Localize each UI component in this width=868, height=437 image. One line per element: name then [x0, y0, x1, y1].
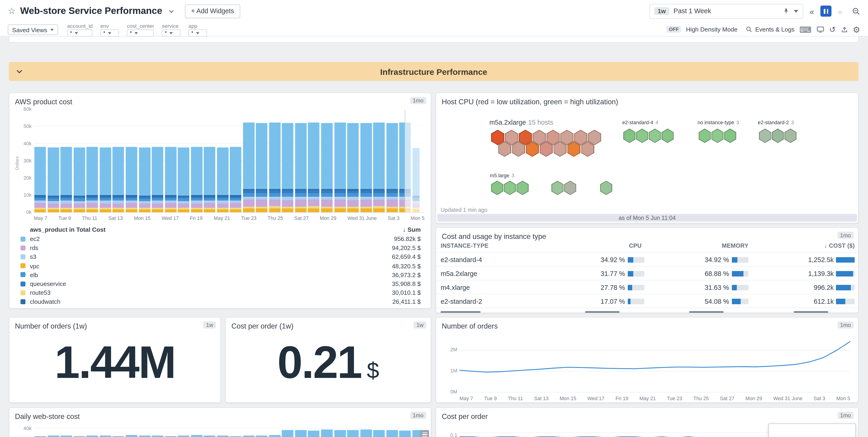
- bar[interactable]: [178, 436, 189, 437]
- host-hexagon[interactable]: [491, 181, 503, 195]
- collapse-chevron-icon[interactable]: [16, 68, 23, 75]
- variable-value-dropdown[interactable]: *: [67, 29, 93, 37]
- events-logs-button[interactable]: Events & Logs: [746, 26, 795, 33]
- stacked-bar[interactable]: [152, 147, 163, 212]
- host-hexagon[interactable]: [724, 128, 736, 143]
- stacked-bar[interactable]: [178, 147, 189, 212]
- bar[interactable]: [113, 436, 124, 437]
- stacked-bar[interactable]: [308, 122, 320, 212]
- instance-row[interactable]: m4.xlarge27.78 %31.63 %996.2k: [436, 280, 858, 294]
- host-map[interactable]: m5a.2xlarge15 hostse2-standard-44no inst…: [436, 93, 858, 223]
- stacked-bar[interactable]: [99, 147, 111, 212]
- legend-row[interactable]: queueservice35,908.8 $: [20, 279, 421, 288]
- stacked-bar[interactable]: [334, 123, 346, 212]
- stacked-bar[interactable]: [48, 148, 59, 212]
- instance-row[interactable]: e2-standard-434.92 %34.92 %1,252.5k: [436, 252, 858, 266]
- host-hexagon[interactable]: [699, 128, 711, 143]
- stacked-bar[interactable]: [34, 147, 46, 212]
- bar[interactable]: [191, 435, 202, 437]
- host-hexagon[interactable]: [636, 128, 648, 143]
- time-range-picker[interactable]: 1w Past 1 Week: [649, 4, 803, 19]
- stacked-bar[interactable]: [165, 147, 176, 212]
- gear-icon[interactable]: ⚙: [853, 25, 860, 34]
- host-hexagon[interactable]: [564, 181, 576, 195]
- legend-sort-header[interactable]: ↓ Sum: [403, 226, 421, 234]
- stacked-bar[interactable]: [191, 147, 202, 212]
- bar[interactable]: [243, 435, 254, 437]
- stacked-bar[interactable]: [360, 123, 372, 212]
- template-variable-app[interactable]: app*: [188, 22, 207, 36]
- favorite-star-icon[interactable]: ☆: [8, 7, 16, 16]
- bar[interactable]: [308, 431, 320, 437]
- host-hexagon[interactable]: [772, 128, 784, 143]
- host-hexagon[interactable]: [600, 181, 612, 195]
- host-hexagon[interactable]: [784, 128, 797, 143]
- title-dropdown-chevron-icon[interactable]: [168, 7, 175, 14]
- stacked-bar[interactable]: [126, 147, 137, 212]
- template-variable-env[interactable]: env*: [100, 22, 119, 36]
- column-header-cost[interactable]: ↓ COST ($): [783, 242, 855, 249]
- host-hexagon[interactable]: [711, 128, 723, 143]
- stacked-bar[interactable]: [73, 147, 85, 212]
- bar[interactable]: [321, 430, 333, 437]
- bar[interactable]: [204, 435, 215, 437]
- stacked-bar[interactable]: [321, 123, 333, 212]
- stacked-bar[interactable]: [373, 122, 385, 212]
- host-hexagon[interactable]: [623, 128, 636, 143]
- bar[interactable]: [217, 436, 228, 437]
- legend-row[interactable]: elb36,973.2 $: [20, 270, 421, 280]
- stacked-bar[interactable]: [217, 147, 228, 212]
- daily-cost-chart[interactable]: [34, 423, 425, 437]
- host-hexagon[interactable]: [551, 181, 564, 195]
- bar[interactable]: [386, 430, 398, 437]
- instance-row[interactable]: m5a.2xlarge31.77 %68.88 %1,139.3k: [436, 266, 858, 280]
- legend-row[interactable]: route5330,010.1 $: [20, 288, 421, 297]
- stacked-bar[interactable]: [269, 122, 281, 212]
- bar[interactable]: [87, 435, 98, 437]
- stacked-bar[interactable]: [295, 123, 306, 212]
- host-hexagon[interactable]: [661, 128, 674, 143]
- aws-cost-chart[interactable]: [34, 110, 425, 213]
- bar[interactable]: [99, 436, 111, 437]
- pin-icon[interactable]: [783, 8, 789, 14]
- tv-mode-icon[interactable]: [816, 26, 824, 33]
- host-hexagon[interactable]: [759, 128, 771, 143]
- legend-row[interactable]: ec2956.82k $: [20, 234, 421, 243]
- bar[interactable]: [138, 436, 150, 437]
- template-variable-account_id[interactable]: account_id*: [67, 22, 93, 36]
- bar[interactable]: [230, 436, 241, 437]
- bar[interactable]: [256, 436, 268, 437]
- legend-row[interactable]: vpc48,320.5 $: [20, 261, 421, 270]
- bar[interactable]: [295, 430, 306, 437]
- stacked-bar[interactable]: [138, 147, 150, 212]
- bar[interactable]: [126, 435, 137, 437]
- template-variable-service[interactable]: service*: [162, 22, 181, 36]
- stacked-bar[interactable]: [87, 147, 98, 212]
- legend-row[interactable]: s362,659.4 $: [20, 252, 421, 261]
- column-header-cpu[interactable]: CPU: [586, 242, 642, 249]
- stacked-bar[interactable]: [113, 147, 124, 212]
- legend-row[interactable]: cloudwatch26,411.1 $: [20, 297, 421, 306]
- bar[interactable]: [165, 436, 176, 437]
- stacked-bar[interactable]: [347, 123, 359, 212]
- history-icon[interactable]: ↺: [829, 26, 836, 33]
- saved-views-dropdown[interactable]: Saved Views: [8, 24, 58, 35]
- bar[interactable]: [34, 436, 46, 437]
- bar[interactable]: [334, 430, 346, 437]
- orders-line-chart[interactable]: [460, 340, 850, 392]
- template-variable-cost_center[interactable]: cost_center*: [127, 22, 154, 36]
- bar[interactable]: [399, 431, 411, 437]
- stacked-bar[interactable]: [386, 123, 398, 212]
- host-hexagon[interactable]: [504, 181, 516, 195]
- variable-value-dropdown[interactable]: *: [188, 29, 207, 37]
- density-toggle[interactable]: OFF: [666, 26, 681, 33]
- time-forward-button[interactable]: »: [834, 5, 846, 17]
- stacked-bar[interactable]: [204, 147, 215, 212]
- zoom-out-icon[interactable]: [852, 7, 860, 15]
- host-hexagon[interactable]: [649, 128, 661, 143]
- variable-value-dropdown[interactable]: *: [100, 29, 119, 37]
- stacked-bar[interactable]: [243, 123, 254, 212]
- host-hexagon[interactable]: [517, 181, 529, 195]
- column-header-memory[interactable]: MEMORY: [693, 242, 748, 249]
- column-header-instance[interactable]: INSTANCE-TYPE: [441, 242, 489, 249]
